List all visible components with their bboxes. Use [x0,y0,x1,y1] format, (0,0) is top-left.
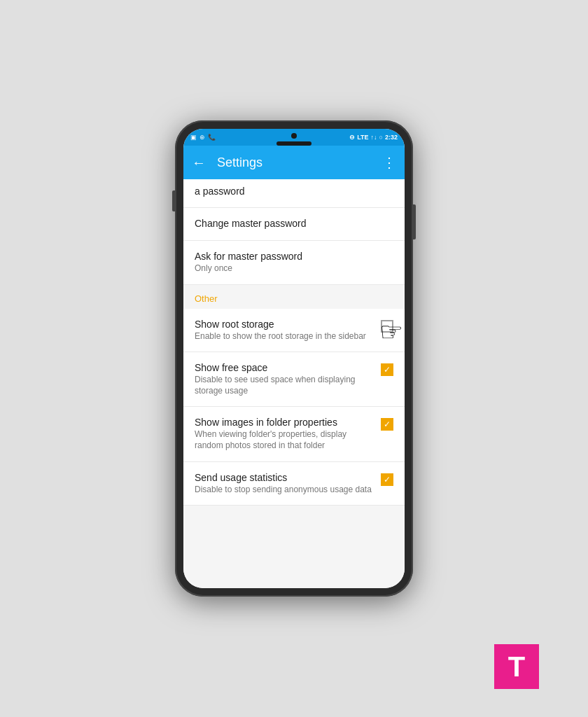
settings-item-title: Send usage statistics [195,472,375,483]
status-right-icons: ⊖ LTE ↑↓ ○ 2:32 [349,134,398,141]
checkbox-show-images-folder[interactable]: ✓ [381,418,393,431]
section-header-label: Other [195,293,218,304]
phone-notch [276,129,312,146]
truncated-setting-item: a password [183,179,405,208]
settings-item-change-master-password[interactable]: Change master password [183,208,405,241]
phone-speaker [276,141,312,146]
section-header-other: Other [183,285,405,309]
checkbox-checked-icon: ✓ [381,363,393,376]
settings-content: a password Change master password Ask fo… [183,179,405,588]
battery-icon: ○ [379,134,383,141]
back-button[interactable]: ← [192,155,206,171]
settings-item-subtitle: Enable to show the root storage in the s… [195,331,375,342]
checkbox-show-free-space[interactable]: ✓ [381,363,393,376]
settings-item-subtitle: When viewing folder's properties, displa… [195,429,375,451]
phone-screen: ▣ ⊕ 📞 ⊖ LTE ↑↓ ○ 2:32 ← Settings ⋮ a pas… [183,129,405,588]
truncated-setting-text: a password [195,186,245,197]
settings-item-text: Show root storage Enable to show the roo… [195,319,381,342]
settings-item-show-root-storage[interactable]: Show root storage Enable to show the roo… [183,309,405,353]
settings-item-title: Show free space [195,362,375,373]
status-left-icons: ▣ ⊕ 📞 [190,134,216,141]
app-bar-title: Settings [217,155,382,170]
settings-item-subtitle: Disable to stop sending anonymous usage … [195,485,375,496]
settings-item-subtitle: Disable to see used space when displayin… [195,375,375,396]
checkbox-checked-icon: ✓ [381,418,393,431]
settings-item-text: Show images in folder properties When vi… [195,417,381,451]
t-logo: T [494,644,539,689]
notification-icon: ▣ [190,134,197,141]
phone-device: ▣ ⊕ 📞 ⊖ LTE ↑↓ ○ 2:32 ← Settings ⋮ a pas… [175,120,413,597]
settings-item-title: Ask for master password [195,251,388,262]
signal-icon: ⊖ [349,134,355,141]
settings-item-text: Send usage statistics Disable to stop se… [195,472,381,496]
settings-item-show-images-folder[interactable]: Show images in folder properties When vi… [183,407,405,461]
lte-label: LTE [357,134,368,141]
phone-camera [291,133,297,139]
settings-item-send-usage-stats[interactable]: Send usage statistics Disable to stop se… [183,462,405,506]
wifi-icon: ↑↓ [371,134,377,141]
checkbox-empty-icon [381,320,393,333]
checkbox-show-root-storage[interactable] [381,320,393,333]
phone-icon: 📞 [208,134,216,141]
settings-item-ask-master-password[interactable]: Ask for master password Only once [183,241,405,285]
settings-item-show-free-space[interactable]: Show free space Disable to see used spac… [183,352,405,407]
checkbox-checked-icon: ✓ [381,473,393,486]
app-bar: ← Settings ⋮ [183,146,405,179]
time-display: 2:32 [385,134,398,141]
phone-power-button [413,204,416,239]
settings-item-text: Change master password [195,218,393,230]
t-logo-letter: T [508,651,525,683]
shield-icon: ⊕ [200,134,205,141]
checkbox-send-usage-stats[interactable]: ✓ [381,473,393,486]
more-options-button[interactable]: ⋮ [382,154,396,171]
settings-item-title: Show images in folder properties [195,417,375,428]
settings-item-title: Change master password [195,218,388,229]
settings-item-subtitle: Only once [195,263,388,274]
settings-item-text: Ask for master password Only once [195,251,393,274]
settings-item-title: Show root storage [195,319,375,330]
phone-volume-button [172,190,175,211]
settings-item-text: Show free space Disable to see used spac… [195,362,381,396]
